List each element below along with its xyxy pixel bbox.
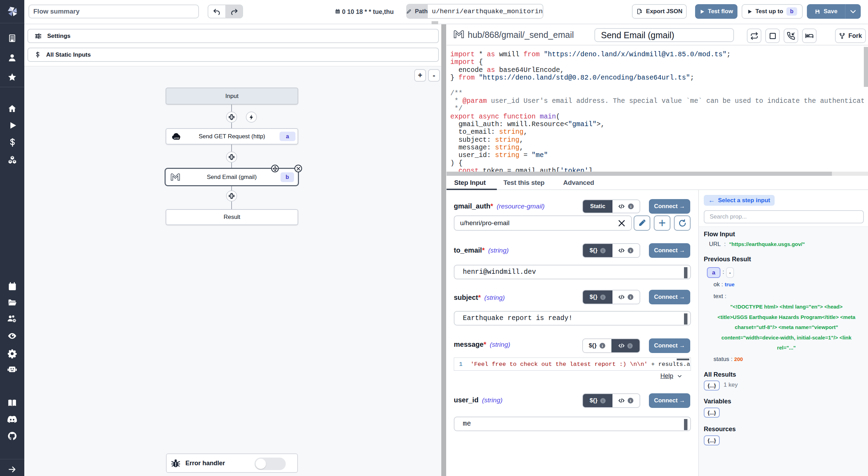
svg-text:i: i — [602, 295, 603, 299]
svg-text:i: i — [630, 295, 631, 299]
svg-text:i: i — [629, 344, 631, 348]
svg-text:i: i — [630, 205, 631, 208]
svg-text:i: i — [630, 249, 631, 253]
svg-text:i: i — [602, 399, 603, 403]
svg-text:i: i — [602, 344, 603, 348]
svg-text:i: i — [602, 249, 603, 253]
svg-text:i: i — [630, 399, 631, 403]
